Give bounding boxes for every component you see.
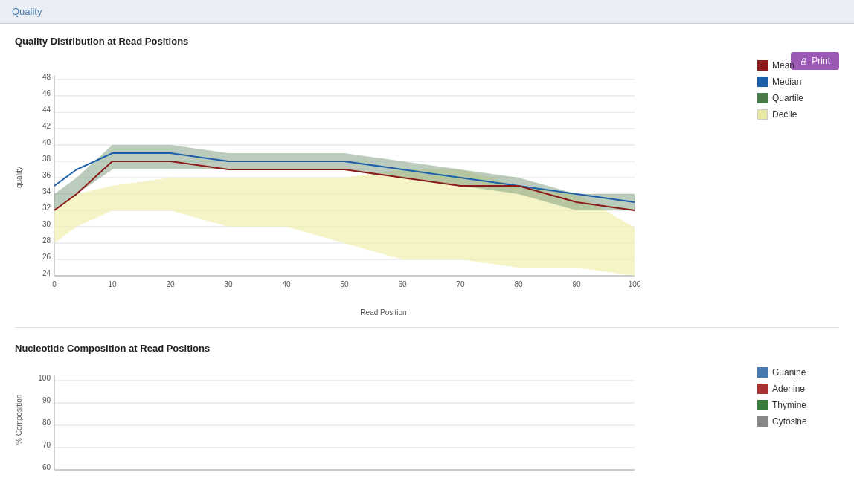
legend-item-guanine: Guanine	[757, 367, 839, 378]
svg-text:26: 26	[42, 253, 51, 261]
svg-text:38: 38	[42, 155, 51, 163]
legend-label-median: Median	[772, 77, 801, 87]
legend-color-adenine	[757, 384, 768, 394]
quality-chart-wrapper: 24 26 28 30 32 34 36 38 40 42 44 46	[25, 53, 742, 317]
svg-text:100: 100	[38, 374, 51, 382]
quality-section: Quality Distribution at Read Positions q…	[0, 24, 854, 324]
svg-text:80: 80	[42, 419, 51, 427]
svg-text:46: 46	[42, 89, 51, 97]
legend-item-adenine: Adenine	[757, 384, 839, 394]
svg-text:60: 60	[42, 463, 51, 471]
svg-text:24: 24	[42, 269, 51, 277]
svg-text:60: 60	[398, 280, 407, 288]
svg-text:30: 30	[224, 280, 233, 288]
svg-text:0: 0	[52, 280, 57, 288]
legend-label-guanine: Guanine	[772, 367, 806, 378]
legend-color-guanine	[757, 367, 768, 378]
quality-chart-with-legend: 24 26 28 30 32 34 36 38 40 42 44 46	[25, 53, 839, 317]
x-axis: 0 10 20 30 40 50 60 70 80 90 100	[52, 276, 641, 288]
legend-item-cytosine: Cytosine	[757, 416, 839, 427]
quality-y-axis-label: quality	[15, 103, 23, 252]
legend-item-median: Median	[757, 77, 839, 87]
legend-item-mean: Mean	[757, 60, 839, 71]
section-divider	[15, 327, 839, 328]
svg-text:40: 40	[42, 138, 51, 146]
legend-color-cytosine	[757, 416, 768, 427]
svg-text:42: 42	[42, 122, 51, 130]
nucleotide-y-axis-label: % Composition	[15, 364, 23, 475]
quality-chart-title: Quality Distribution at Read Positions	[15, 36, 839, 47]
legend-label-thymine: Thymine	[772, 400, 806, 410]
nucleotide-chart-title: Nucleotide Composition at Read Positions	[15, 343, 839, 354]
svg-text:70: 70	[42, 441, 51, 449]
header-title: Quality	[12, 6, 42, 17]
svg-text:40: 40	[282, 280, 291, 288]
svg-text:32: 32	[42, 204, 51, 212]
legend-color-thymine	[757, 400, 768, 410]
nucleotide-chart-with-legend: 60 70 80 90 100	[25, 360, 839, 479]
svg-text:90: 90	[42, 396, 51, 404]
svg-text:100: 100	[629, 280, 641, 288]
legend-item-decile: Decile	[757, 109, 839, 120]
legend-color-mean	[757, 60, 768, 71]
svg-text:80: 80	[514, 280, 523, 288]
legend-color-decile	[757, 109, 768, 120]
nucleotide-y-axis: 60 70 80 90 100	[38, 374, 635, 471]
svg-text:36: 36	[42, 171, 51, 179]
quality-legend: Mean Median Quartile Decile	[742, 53, 839, 317]
nucleotide-svg-chart: 60 70 80 90 100	[25, 360, 664, 479]
svg-text:50: 50	[340, 280, 349, 288]
legend-label-mean: Mean	[772, 60, 794, 71]
legend-label-adenine: Adenine	[772, 384, 805, 394]
svg-text:70: 70	[456, 280, 465, 288]
svg-text:10: 10	[108, 280, 117, 288]
svg-text:48: 48	[42, 73, 51, 81]
svg-text:90: 90	[572, 280, 581, 288]
quality-x-axis-label: Read Position	[25, 308, 742, 317]
nucleotide-section: Nucleotide Composition at Read Positions…	[0, 331, 854, 486]
decile-band	[54, 169, 635, 276]
header-bar: Quality	[0, 0, 854, 24]
nucleotide-chart-wrapper: 60 70 80 90 100	[25, 360, 742, 479]
legend-color-median	[757, 77, 768, 87]
nucleotide-legend: Guanine Adenine Thymine Cytosine	[742, 360, 839, 479]
legend-item-thymine: Thymine	[757, 400, 839, 410]
quality-svg-chart: 24 26 28 30 32 34 36 38 40 42 44 46	[25, 53, 664, 306]
svg-text:44: 44	[42, 106, 51, 114]
svg-text:30: 30	[42, 220, 51, 228]
quality-chart-area: quality 24 26 28 30 32	[15, 53, 839, 317]
svg-text:20: 20	[166, 280, 175, 288]
legend-label-cytosine: Cytosine	[772, 416, 807, 427]
legend-color-quartile	[757, 93, 768, 103]
svg-text:28: 28	[42, 236, 51, 245]
svg-text:34: 34	[42, 187, 51, 196]
legend-item-quartile: Quartile	[757, 93, 839, 103]
nucleotide-chart-area: % Composition 60 70 80 90 100	[15, 360, 839, 479]
legend-label-quartile: Quartile	[772, 93, 803, 103]
page-container: Quality Print Quality Distribution at Re…	[0, 0, 854, 504]
legend-label-decile: Decile	[772, 109, 797, 120]
